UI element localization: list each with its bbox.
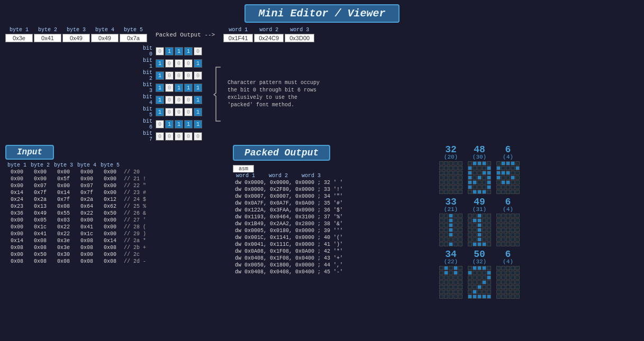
byte5-input[interactable] bbox=[120, 34, 147, 42]
bit-cell[interactable]: 0 bbox=[156, 120, 164, 128]
char-grid-cell bbox=[487, 176, 491, 180]
bit-cell[interactable]: 0 bbox=[184, 71, 193, 80]
table-row: dw 0x0007, 0x0007, 0x0000 ; 34 '"' bbox=[233, 193, 345, 200]
table-cell: 0x30 bbox=[52, 251, 75, 258]
char-grid-cell bbox=[468, 166, 472, 170]
bit-cell[interactable]: 0 bbox=[175, 108, 183, 116]
bit-cell[interactable]: 1 bbox=[184, 120, 193, 128]
bit-row: bit 601111 bbox=[138, 118, 202, 130]
bit-cell[interactable]: 0 bbox=[165, 96, 174, 104]
word1-input[interactable] bbox=[223, 34, 253, 42]
table-cell: 0x14 bbox=[98, 237, 122, 244]
char-grid-cell bbox=[453, 242, 458, 246]
bit-cell[interactable]: 0 bbox=[184, 132, 193, 141]
char-grid-cell bbox=[496, 171, 501, 175]
char-grid-cell bbox=[477, 166, 482, 170]
bit-cell[interactable]: 0 bbox=[165, 71, 174, 80]
char-grid-cell bbox=[511, 266, 515, 270]
table-row: 0x240x2a0x7f0x2a0x12// 24 $ bbox=[5, 196, 148, 203]
char-grid-cell bbox=[487, 237, 491, 242]
bit-cell[interactable]: 1 bbox=[156, 84, 164, 92]
char-entry: 34(22) bbox=[439, 250, 462, 299]
char-grid-cell bbox=[449, 294, 453, 299]
bit-cell[interactable]: 0 bbox=[175, 96, 183, 104]
bit-cell[interactable]: 0 bbox=[194, 132, 202, 141]
bit-cell[interactable]: 0 bbox=[194, 71, 202, 80]
table-cell: 0x08 bbox=[29, 244, 52, 251]
bit-cell[interactable]: 0 bbox=[175, 132, 183, 141]
bit-cell[interactable]: 1 bbox=[156, 96, 164, 104]
table-row: dw 0x1B49, 0x2AA2, 0x2800 ; 38 '&' bbox=[233, 220, 345, 227]
byte3-input[interactable] bbox=[62, 34, 90, 42]
word-values-row bbox=[223, 34, 314, 42]
bit-cell[interactable]: 1 bbox=[194, 120, 202, 128]
char-grid bbox=[468, 214, 491, 246]
char-grid-cell bbox=[458, 185, 462, 189]
char-grid-cell bbox=[511, 233, 515, 237]
table-cell: 0x7f bbox=[52, 196, 75, 203]
bit-cell[interactable]: 1 bbox=[175, 84, 183, 92]
char-grid-cell bbox=[449, 223, 453, 227]
packed-cell: dw 0x001C, 0x1141, 0x0000 ; 40 '(' bbox=[233, 234, 345, 241]
char-grid-cell bbox=[449, 171, 453, 175]
byte2-header: byte 2 bbox=[34, 27, 61, 33]
bit-cell[interactable]: 0 bbox=[184, 96, 193, 104]
byte2-input[interactable] bbox=[34, 34, 61, 42]
table-cell: 0x08 bbox=[29, 237, 52, 244]
bit-cell[interactable]: 1 bbox=[194, 108, 202, 116]
char-grid-cell bbox=[444, 190, 448, 194]
bit-cell[interactable]: 1 bbox=[156, 71, 164, 80]
bit-cell[interactable]: 1 bbox=[156, 108, 164, 116]
char-grid-cell bbox=[449, 275, 453, 280]
char-grid-cell bbox=[473, 214, 477, 218]
bit-cell[interactable]: 1 bbox=[165, 120, 174, 128]
bit-cell[interactable]: 1 bbox=[165, 47, 174, 56]
bit-cell[interactable]: 0 bbox=[156, 132, 164, 141]
bit-cell[interactable]: 0 bbox=[165, 132, 174, 141]
packed-col1-header: word 1 word 2 word 3 bbox=[233, 172, 345, 179]
word3-input[interactable] bbox=[285, 34, 314, 42]
word2-header: word 2 bbox=[254, 27, 284, 33]
bit-cell[interactable]: 1 bbox=[194, 84, 202, 92]
bit-cell[interactable]: 1 bbox=[156, 59, 164, 68]
asm-tab[interactable]: asm bbox=[233, 165, 254, 172]
table-row: 0x000x050x030x000x00// 27 ' bbox=[5, 217, 148, 224]
bit-cell[interactable]: 0 bbox=[194, 47, 202, 56]
packed-cell: dw 0x1B49, 0x2AA2, 0x2800 ; 38 '&' bbox=[233, 220, 345, 227]
bit-cell[interactable]: 1 bbox=[184, 47, 193, 56]
bit-cell[interactable]: 0 bbox=[165, 108, 174, 116]
bit-cell[interactable]: 0 bbox=[165, 59, 174, 68]
packed-cell: dw 0x0007, 0x0007, 0x0000 ; 34 '"' bbox=[233, 193, 345, 200]
char-grid-cell bbox=[439, 161, 443, 165]
byte1-input[interactable] bbox=[5, 34, 33, 42]
bit-cell[interactable]: 1 bbox=[175, 120, 183, 128]
char-grid-cell bbox=[501, 161, 505, 165]
char-grid-cell bbox=[444, 294, 448, 299]
char-grid-cell bbox=[473, 218, 477, 223]
comment-cell: // 27 ' bbox=[122, 217, 148, 224]
bit-cell[interactable]: 0 bbox=[184, 108, 193, 116]
input-panel-title: Input bbox=[5, 145, 54, 160]
char-grid-cell bbox=[482, 218, 486, 223]
bit-cell[interactable]: 1 bbox=[194, 59, 202, 68]
bit-cell[interactable]: 1 bbox=[184, 84, 193, 92]
char-grid-cell bbox=[439, 218, 443, 223]
bit-cell[interactable]: 0 bbox=[165, 84, 174, 92]
bit-cell[interactable]: 0 bbox=[184, 59, 193, 68]
bit-cell[interactable]: 1 bbox=[175, 47, 183, 56]
bit-cell[interactable]: 1 bbox=[194, 96, 202, 104]
comment-cell: // 20 bbox=[122, 169, 148, 176]
bit-cell[interactable]: 0 bbox=[175, 59, 183, 68]
char-number: 6 bbox=[505, 250, 511, 259]
table-cell: 0x41 bbox=[75, 224, 98, 231]
word2-input[interactable] bbox=[254, 34, 284, 42]
byte4-input[interactable] bbox=[91, 34, 119, 42]
char-grid-cell bbox=[439, 190, 443, 194]
bit-cell[interactable]: 0 bbox=[175, 71, 183, 80]
bit-row-label: bit 2 bbox=[138, 70, 155, 81]
table-cell: 0x00 bbox=[98, 176, 122, 182]
char-grid-cell bbox=[468, 242, 472, 246]
table-cell: 0x00 bbox=[75, 217, 98, 224]
char-grid-cell bbox=[444, 237, 448, 242]
bit-cell[interactable]: 0 bbox=[156, 47, 164, 56]
